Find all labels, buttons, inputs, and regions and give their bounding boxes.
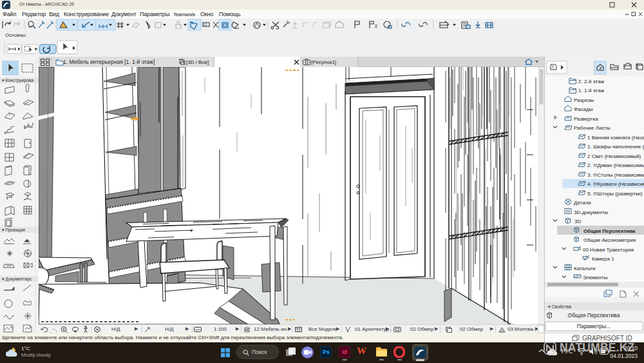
svg-text:Рабочие Листы: Рабочие Листы [574,125,611,131]
svg-text:3D: 3D [574,219,581,224]
svg-text:▾ Документирс: ▾ Документирс [2,277,32,282]
svg-text:Развертка: Развертка [574,116,598,122]
svg-text:▾ Свойства: ▾ Свойства [548,304,571,309]
svg-text:Фасады: Фасады [574,106,593,112]
svg-text:Общая Перспектива: Общая Перспектива [568,312,620,319]
svg-text:3D-документы: 3D-документы [574,210,609,215]
svg-text:4. !!!Кровати (Независимый): 4. !!!Кровати (Независимый) [587,181,644,187]
svg-text:Детали: Детали [574,200,591,206]
svg-text:Параметры...: Параметры... [577,323,611,329]
svg-text:▾ Конструирова: ▾ Конструирова [2,78,33,83]
svg-text:Камера 1: Камера 1 [592,256,614,262]
svg-text:Разрезы: Разрезы [574,97,594,103]
svg-text:Общая Аксонометрия: Общая Аксонометрия [583,237,636,243]
svg-text:2. !!!Диван (Независимый): 2. !!!Диван (Независимый) [587,162,644,168]
svg-text:1. Шкафы наполнение (разверт: 1. Шкафы наполнение (разверт [587,144,644,150]
svg-text:2. 2-й этаж: 2. 2-й этаж [578,79,605,84]
svg-text:▾ Проекция: ▾ Проекция [2,228,25,233]
svg-text:Общая Перспектива: Общая Перспектива [583,228,636,234]
svg-text:1. 1-й этаж: 1. 1-й этаж [578,88,605,93]
svg-text:00 Новая Траектория: 00 Новая Траектория [583,247,634,253]
svg-text:2 Свет (Независимый): 2 Свет (Независимый) [587,153,641,159]
svg-text:1 Ванная комната (Независимы: 1 Ванная комната (Независимы [587,135,644,141]
svg-text:Каталоги: Каталоги [574,266,596,271]
svg-text:3. !!!Столы (Независимый): 3. !!!Столы (Независимый) [587,172,644,178]
svg-text:Элементы: Элементы [583,275,608,280]
svg-text:12: 12 [204,23,207,26]
svg-text:5. !!!Шторы (развертки) (Незав: 5. !!!Шторы (развертки) (Незав [587,191,644,197]
